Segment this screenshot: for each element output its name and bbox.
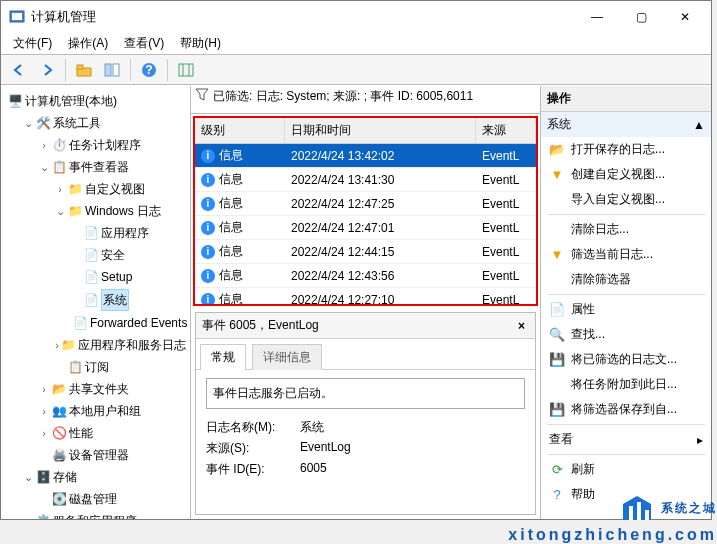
minimize-button[interactable]: — [575, 3, 619, 31]
chevron-right-icon[interactable]: › [55, 179, 65, 199]
tree-services-apps[interactable]: ›⚙️服务和应用程序 [21, 510, 188, 519]
action-icon: ▼ [549, 247, 565, 263]
tree-storage[interactable]: ⌄🗄️存储 [21, 466, 188, 488]
info-icon: i [201, 269, 215, 283]
grid-header[interactable]: 级别 日期和时间 来源 [195, 118, 536, 144]
menu-view[interactable]: 查看(V) [118, 33, 170, 54]
tree-performance[interactable]: ›🚫性能 [37, 422, 188, 444]
action-icon: 💾 [549, 352, 565, 368]
action-item[interactable]: ▼筛选当前日志... [541, 242, 711, 267]
action-view-group[interactable]: 查看▸ [541, 427, 711, 452]
detail-close-button[interactable]: × [514, 319, 529, 333]
svg-rect-4 [105, 64, 111, 76]
menu-action[interactable]: 操作(A) [62, 33, 114, 54]
col-datetime[interactable]: 日期和时间 [285, 118, 476, 143]
chevron-down-icon[interactable]: ⌄ [23, 113, 33, 133]
chevron-right-icon[interactable]: › [55, 335, 59, 355]
separator [167, 59, 168, 81]
layout-button[interactable] [174, 58, 198, 82]
tree-application-log[interactable]: 📄应用程序 [69, 222, 188, 244]
chevron-down-icon[interactable]: ⌄ [55, 201, 65, 221]
menu-file[interactable]: 文件(F) [7, 33, 58, 54]
menu-help[interactable]: 帮助(H) [174, 33, 227, 54]
tab-general[interactable]: 常规 [200, 344, 246, 370]
action-item[interactable]: 📄属性 [541, 297, 711, 322]
filter-icon [195, 88, 209, 105]
grid-body[interactable]: i信息2022/4/24 13:42:02EventLi信息2022/4/24 … [195, 144, 536, 304]
tree-custom-views[interactable]: ›📁自定义视图 [53, 178, 188, 200]
tree-device-manager[interactable]: 🖨️设备管理器 [37, 444, 188, 466]
source-value: EventLog [300, 440, 351, 457]
info-icon: i [201, 293, 215, 305]
tab-details[interactable]: 详细信息 [252, 344, 322, 370]
toolbar: ? [1, 55, 711, 85]
tree-root[interactable]: 🖥️计算机管理(本地) [5, 90, 188, 112]
tree-event-viewer[interactable]: ⌄📋事件查看器 [37, 156, 188, 178]
action-item[interactable]: 💾将已筛选的日志文... [541, 347, 711, 372]
col-source[interactable]: 来源 [476, 118, 536, 143]
svg-text:?: ? [145, 63, 152, 77]
tree-windows-logs[interactable]: ⌄📁Windows 日志 [53, 200, 188, 222]
tree-system-log[interactable]: 📄系统 [69, 288, 188, 312]
table-row[interactable]: i信息2022/4/24 12:44:15EventL [195, 240, 536, 264]
tree-forwarded-log[interactable]: 📄Forwarded Events [69, 312, 188, 334]
table-row[interactable]: i信息2022/4/24 12:27:10EventL [195, 288, 536, 304]
tree-local-users[interactable]: ›👥本地用户和组 [37, 400, 188, 422]
chevron-right-icon[interactable]: › [39, 401, 49, 421]
table-row[interactable]: i信息2022/4/24 13:42:02EventL [195, 144, 536, 168]
action-item[interactable]: 导入自定义视图... [541, 187, 711, 212]
action-item[interactable]: ▼创建自定义视图... [541, 162, 711, 187]
action-item[interactable]: 📂打开保存的日志... [541, 137, 711, 162]
tree-app-service-logs[interactable]: ›📁应用程序和服务日志 [53, 334, 188, 356]
chevron-down-icon[interactable]: ⌄ [39, 157, 49, 177]
eventid-label: 事件 ID(E): [206, 461, 286, 478]
logname-label: 日志名称(M): [206, 419, 286, 436]
action-help[interactable]: ?帮助 [541, 482, 711, 507]
chevron-right-icon[interactable]: › [39, 379, 49, 399]
info-icon: i [201, 149, 215, 163]
tree-setup-log[interactable]: 📄Setup [69, 266, 188, 288]
tree-security-log[interactable]: 📄安全 [69, 244, 188, 266]
nav-fwd-button[interactable] [35, 58, 59, 82]
tree-disk-mgmt[interactable]: 💽磁盘管理 [37, 488, 188, 510]
action-refresh[interactable]: ⟳刷新 [541, 457, 711, 482]
action-icon [549, 222, 565, 238]
tree-subscription[interactable]: 📋订阅 [53, 356, 188, 378]
chevron-down-icon[interactable]: ⌄ [23, 467, 33, 487]
tree-shared-folders[interactable]: ›📂共享文件夹 [37, 378, 188, 400]
close-button[interactable]: ✕ [663, 3, 707, 31]
tree-system-tools[interactable]: ⌄🛠️系统工具 [21, 112, 188, 134]
chevron-right-icon[interactable]: › [23, 511, 33, 519]
col-level[interactable]: 级别 [195, 118, 285, 143]
action-icon: 🔍 [549, 327, 565, 343]
svg-rect-5 [113, 64, 119, 76]
nav-tree[interactable]: 🖥️计算机管理(本地) ⌄🛠️系统工具 ›⏱️任务计划程序 ⌄📋事件查看器 ›📁… [1, 86, 191, 519]
action-item[interactable]: 清除筛选器 [541, 267, 711, 292]
table-row[interactable]: i信息2022/4/24 13:41:30EventL [195, 168, 536, 192]
info-icon: i [201, 197, 215, 211]
action-item[interactable]: 清除日志... [541, 217, 711, 242]
action-item[interactable]: 🔍查找... [541, 322, 711, 347]
logname-value: 系统 [300, 419, 324, 436]
window-title: 计算机管理 [31, 8, 575, 26]
table-row[interactable]: i信息2022/4/24 12:43:56EventL [195, 264, 536, 288]
chevron-right-icon[interactable]: › [39, 135, 49, 155]
chevron-right-icon: ▸ [697, 433, 703, 447]
table-row[interactable]: i信息2022/4/24 12:47:25EventL [195, 192, 536, 216]
tree-task-scheduler[interactable]: ›⏱️任务计划程序 [37, 134, 188, 156]
chevron-right-icon[interactable]: › [39, 423, 49, 443]
collapse-icon[interactable]: ▲ [693, 118, 705, 132]
app-icon [9, 9, 25, 25]
up-button[interactable] [72, 58, 96, 82]
action-item[interactable]: 将任务附加到此日... [541, 372, 711, 397]
maximize-button[interactable]: ▢ [619, 3, 663, 31]
view-button[interactable] [100, 58, 124, 82]
actions-section[interactable]: 系统 ▲ [541, 112, 711, 137]
nav-back-button[interactable] [7, 58, 31, 82]
table-row[interactable]: i信息2022/4/24 12:47:01EventL [195, 216, 536, 240]
action-item[interactable]: 💾将筛选器保存到自... [541, 397, 711, 422]
action-icon: 📄 [549, 302, 565, 318]
source-label: 来源(S): [206, 440, 286, 457]
separator [65, 59, 66, 81]
help-button[interactable]: ? [137, 58, 161, 82]
